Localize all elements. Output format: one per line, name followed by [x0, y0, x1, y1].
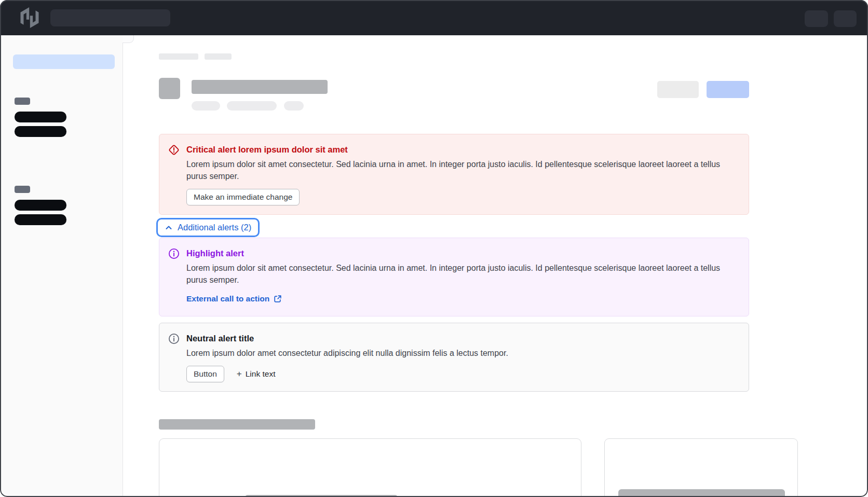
highlight-alert-link-label: External call to action [186, 294, 269, 303]
page-icon-skeleton [159, 78, 180, 99]
info-circle-icon [168, 333, 180, 345]
page-title-skeleton [192, 80, 328, 94]
hashicorp-logo [19, 7, 40, 28]
neutral-alert-body: Lorem ipsum dolor amet consectetur adipi… [186, 347, 733, 359]
sidebar-selected-item-skeleton [13, 54, 115, 69]
info-circle-icon [168, 247, 180, 260]
external-link-icon [274, 295, 282, 303]
sidebar [0, 35, 123, 497]
critical-alert-body: Lorem ipsum dolor sit amet consectetur. … [186, 158, 733, 182]
top-navbar [0, 0, 868, 35]
card-skeleton [159, 438, 581, 497]
neutral-alert-content: Neutral alert title Lorem ipsum dolor am… [186, 332, 733, 382]
neutral-alert-link[interactable]: + Link text [237, 369, 276, 379]
nav-action-skeleton-2 [834, 10, 857, 27]
sidebar-item-skeleton [15, 214, 66, 225]
neutral-alert-title: Neutral alert title [186, 332, 733, 344]
additional-alerts-toggle-label: Additional alerts (2) [178, 223, 251, 232]
additional-alerts-toggle[interactable]: Additional alerts (2) [156, 218, 260, 237]
plus-icon: + [237, 370, 242, 378]
neutral-alert-link-label: Link text [246, 369, 276, 379]
main-content: Critical alert lorem ipsum dolor sit ame… [123, 35, 868, 497]
section-title-skeleton [159, 419, 315, 430]
chevron-up-icon [165, 224, 173, 232]
badge-skeleton [227, 101, 277, 111]
app-window: Critical alert lorem ipsum dolor sit ame… [0, 0, 868, 497]
neutral-alert-button[interactable]: Button [186, 366, 224, 382]
critical-alert: Critical alert lorem ipsum dolor sit ame… [159, 134, 749, 215]
breadcrumb-skeleton [205, 53, 232, 60]
badge-skeleton [192, 101, 220, 111]
card-skeleton [604, 438, 798, 497]
neutral-alert: Neutral alert title Lorem ipsum dolor am… [159, 323, 749, 392]
card-content-skeleton [245, 495, 398, 497]
breadcrumb-skeleton [159, 53, 198, 60]
highlight-alert-body: Lorem ipsum dolor sit amet consectetur. … [186, 262, 733, 286]
primary-button-skeleton[interactable] [707, 81, 749, 98]
sidebar-group-label-skeleton [15, 98, 30, 105]
critical-alert-content: Critical alert lorem ipsum dolor sit ame… [186, 143, 733, 205]
alert-diamond-icon [168, 144, 180, 156]
sidebar-group-label-skeleton [15, 186, 30, 193]
highlight-alert-external-link[interactable]: External call to action [186, 294, 282, 303]
nav-action-skeleton-1 [805, 10, 828, 27]
critical-alert-title: Critical alert lorem ipsum dolor sit ame… [186, 143, 733, 156]
highlight-alert-content: Highlight alert Lorem ipsum dolor sit am… [186, 247, 733, 307]
highlight-alert: Highlight alert Lorem ipsum dolor sit am… [159, 238, 749, 316]
secondary-button-skeleton[interactable] [657, 81, 699, 98]
highlight-alert-title: Highlight alert [186, 247, 733, 259]
card-content-skeleton [618, 489, 785, 497]
nav-search-skeleton [50, 9, 170, 26]
critical-alert-action-button[interactable]: Make an immediate change [186, 189, 300, 205]
neutral-alert-actions: Button + Link text [186, 366, 733, 382]
badge-skeleton [284, 101, 304, 111]
sidebar-item-skeleton [15, 112, 66, 122]
sidebar-item-skeleton [15, 126, 66, 137]
sidebar-item-skeleton [15, 200, 66, 211]
